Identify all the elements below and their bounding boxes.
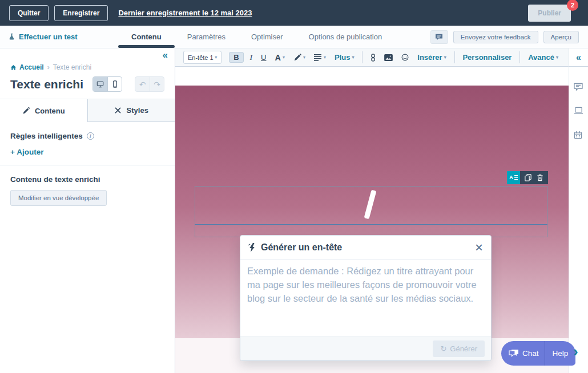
notification-badge: 2 [567, 0, 578, 11]
comments-panel-icon[interactable] [574, 83, 583, 91]
plus-icon: + [10, 148, 15, 156]
comment-icon [435, 34, 443, 40]
sidebar-tabs: Contenu Styles [0, 99, 175, 122]
redo-button[interactable]: ↷ [150, 77, 164, 91]
help-label: Help [553, 349, 569, 358]
styles-brushes-icon [114, 107, 122, 114]
last-saved-link[interactable]: Dernier enregistrement le 12 mai 2023 [118, 9, 252, 17]
help-button[interactable]: Help [545, 341, 576, 366]
desktop-view-button[interactable] [93, 77, 107, 91]
action-bar-right: Envoyez votre feedback Aperçu [430, 30, 579, 44]
textbox-inner-rule [195, 224, 547, 225]
module-title-row: Texte enrichi [10, 76, 164, 92]
sidebar-collapse-icon[interactable]: « [163, 50, 168, 61]
preview-button[interactable]: Aperçu [543, 31, 579, 43]
mobile-icon [112, 80, 118, 88]
prompt-placeholder: Exemple de demande : Rédigez un titre at… [247, 266, 477, 303]
right-rail-icons [574, 83, 583, 139]
undo-button[interactable]: ↶ [135, 77, 150, 91]
close-icon[interactable]: × [475, 241, 483, 254]
more-label: Plus [335, 53, 350, 62]
tab-options-publication[interactable]: Options de publication [309, 26, 382, 48]
sidebar-tab-contenu[interactable]: Contenu [0, 99, 87, 122]
module-icon-letter: A [509, 175, 513, 180]
expand-panel-chevron-icon[interactable]: › [573, 343, 578, 360]
generate-button-label: Générer [450, 344, 477, 353]
delete-module-icon[interactable] [537, 174, 543, 181]
sidebar-tab-styles[interactable]: Styles [87, 99, 175, 122]
tab-contenu[interactable]: Contenu [131, 26, 162, 48]
chevron-down-icon: ▾ [303, 55, 305, 60]
module-actions [520, 171, 548, 184]
text-style-value: En-tête 1 [188, 54, 214, 61]
pencil-icon [22, 107, 30, 115]
formatting-toolbar: En-tête 1 ▾ B I U A ▾ ▾ [175, 48, 569, 67]
insert-menu-button[interactable]: Insérer ▾ [415, 51, 448, 63]
highlighter-pen-icon [293, 54, 301, 62]
toolbar-divider [362, 51, 363, 63]
emoji-button[interactable] [399, 52, 411, 63]
device-toggle-group [92, 76, 122, 92]
modal-title: Générer un en-tête [261, 242, 342, 253]
advanced-label: Avancé [528, 53, 554, 62]
comments-button[interactable] [430, 30, 448, 44]
sidebar-tab-styles-label: Styles [127, 106, 148, 115]
chat-bubbles-icon [509, 349, 519, 358]
highlight-color-button[interactable]: ▾ [291, 52, 308, 63]
link-button[interactable] [368, 52, 378, 63]
support-widget: Chat Help [501, 341, 575, 366]
laptop-panel-icon[interactable] [574, 107, 583, 115]
chevron-down-icon: ▾ [444, 55, 446, 60]
duplicate-module-icon[interactable] [525, 174, 531, 181]
publish-button[interactable]: Publier [528, 5, 571, 22]
info-icon[interactable]: i [87, 132, 94, 140]
smart-rules-heading-row: Règles intelligentes i [10, 132, 164, 140]
chevron-down-icon: ▾ [324, 55, 326, 60]
left-sidebar: « Accueil › Texte enrichi Texte enrichi [0, 48, 175, 373]
mobile-view-button[interactable] [107, 77, 122, 91]
rich-text-editable-field[interactable] [195, 186, 547, 237]
undo-redo-group: ↶ ↷ [135, 76, 164, 92]
breadcrumb-home-link[interactable]: Accueil [10, 63, 44, 71]
quit-button[interactable]: Quitter [9, 5, 49, 21]
generate-button[interactable]: ↻ Générer [433, 340, 485, 357]
main-tabs: Contenu Paramètres Optimiser Options de … [131, 26, 382, 48]
edit-expanded-view-button[interactable]: Modifier en vue développée [10, 190, 107, 206]
chat-button[interactable]: Chat [501, 341, 545, 366]
smart-rules-section: Règles intelligentes i + Ajouter [0, 122, 175, 165]
personalize-button[interactable]: Personnaliser [460, 51, 514, 63]
advanced-menu-button[interactable]: Avancé ▾ [526, 51, 561, 63]
save-button[interactable]: Enregistrer [54, 5, 108, 21]
prompt-input[interactable]: Exemple de demande : Rédigez un titre at… [240, 260, 491, 309]
smart-rules-title: Règles intelligentes [10, 132, 83, 140]
underline-button[interactable]: U [259, 51, 268, 63]
refresh-icon: ↻ [440, 344, 446, 353]
bold-button[interactable]: B [229, 52, 243, 63]
tab-parametres[interactable]: Paramètres [187, 26, 225, 48]
run-test-link[interactable]: Effectuer un test [8, 33, 78, 41]
add-smart-rule-link[interactable]: + Ajouter [10, 148, 164, 156]
calendar-panel-icon[interactable] [574, 131, 583, 139]
chat-label: Chat [522, 349, 539, 358]
align-button[interactable]: ▾ [312, 52, 328, 63]
text-color-button[interactable]: A ▾ [272, 51, 287, 64]
tab-optimiser[interactable]: Optimiser [251, 26, 283, 48]
breadcrumb: Accueil › Texte enrichi [10, 63, 164, 71]
italic-button[interactable]: I [248, 51, 255, 64]
insert-image-button[interactable] [382, 52, 395, 63]
feedback-button[interactable]: Envoyez votre feedback [453, 31, 538, 43]
publish-button-wrap: Publier 2 [528, 5, 571, 22]
right-panel-collapse-icon[interactable]: « [569, 48, 588, 67]
rich-text-content-title: Contenu de texte enrichi [10, 175, 164, 184]
lightning-bolt-icon [248, 243, 256, 252]
chevron-down-icon: ▾ [215, 55, 217, 60]
text-style-select[interactable]: En-tête 1 ▾ [183, 51, 221, 64]
chevron-down-icon: ▾ [556, 55, 558, 60]
add-smart-rule-label: Ajouter [17, 148, 43, 156]
modal-footer: ↻ Générer [240, 336, 491, 360]
text-cursor-slash [364, 190, 377, 220]
insert-label: Insérer [417, 53, 442, 62]
more-formats-button[interactable]: Plus ▾ [332, 51, 356, 63]
image-icon [384, 54, 393, 61]
sidebar-tab-contenu-label: Contenu [35, 107, 65, 115]
